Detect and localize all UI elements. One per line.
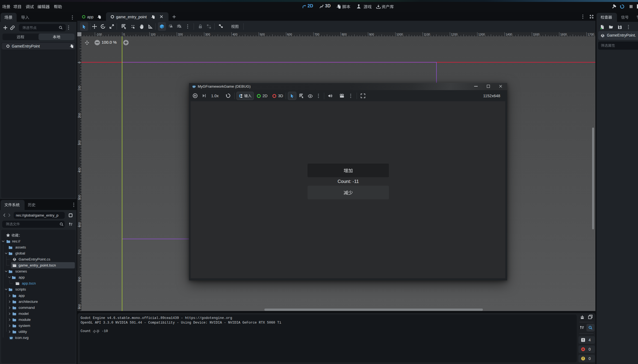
svg-text:0: 0 xyxy=(123,33,125,36)
svg-text:C#: C# xyxy=(601,35,604,37)
svg-text:1700: 1700 xyxy=(587,33,594,36)
svg-text:1400: 1400 xyxy=(506,33,512,36)
svg-text:C#: C# xyxy=(13,259,16,261)
svg-text:0: 0 xyxy=(78,62,81,63)
svg-text:800: 800 xyxy=(342,33,347,36)
svg-text:100: 100 xyxy=(78,86,81,91)
svg-text:800: 800 xyxy=(78,277,81,282)
svg-text:600: 600 xyxy=(78,222,81,227)
svg-text:1200: 1200 xyxy=(451,33,457,36)
svg-text:500: 500 xyxy=(78,195,81,200)
svg-text:600: 600 xyxy=(287,33,292,36)
svg-text:500: 500 xyxy=(260,33,265,36)
svg-text:1300: 1300 xyxy=(478,33,485,36)
svg-text:200: 200 xyxy=(178,33,183,36)
svg-text:200: 200 xyxy=(78,113,81,118)
svg-text:-100: -100 xyxy=(96,33,102,36)
svg-text:1100: 1100 xyxy=(424,33,430,36)
svg-text:700: 700 xyxy=(78,250,81,254)
svg-text:700: 700 xyxy=(314,33,319,36)
svg-text:1600: 1600 xyxy=(560,33,567,36)
svg-text:400: 400 xyxy=(78,168,81,173)
svg-text:300: 300 xyxy=(205,33,210,36)
svg-text:1500: 1500 xyxy=(533,33,539,36)
svg-text:400: 400 xyxy=(232,33,237,36)
svg-text:1000: 1000 xyxy=(396,33,403,36)
svg-text:300: 300 xyxy=(78,140,81,145)
svg-text:900: 900 xyxy=(369,33,374,36)
svg-text:900: 900 xyxy=(78,304,81,309)
svg-text:100: 100 xyxy=(150,33,155,36)
